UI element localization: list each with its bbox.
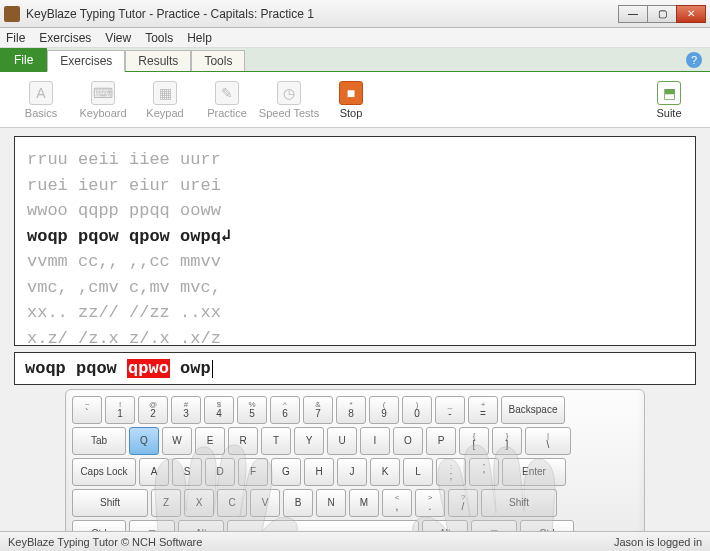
key-y[interactable]: Y <box>294 427 324 455</box>
key-[interactable]: $4 <box>204 396 234 424</box>
key-t[interactable]: T <box>261 427 291 455</box>
toolbar-keypad: ▦Keypad <box>134 81 196 119</box>
key-i[interactable]: I <box>360 427 390 455</box>
key-f[interactable]: F <box>238 458 268 486</box>
menu-view[interactable]: View <box>105 31 131 45</box>
key-[interactable]: {[ <box>459 427 489 455</box>
key-u[interactable]: U <box>327 427 357 455</box>
practice-line: wwoo qqpp ppqq ooww <box>27 198 683 224</box>
suite-icon: ⬒ <box>657 81 681 105</box>
key-l[interactable]: L <box>403 458 433 486</box>
toolbar-practice: ✎Practice <box>196 81 258 119</box>
key-[interactable]: += <box>468 396 498 424</box>
key-shift[interactable]: Shift <box>481 489 557 517</box>
key-v[interactable]: V <box>250 489 280 517</box>
key-[interactable]: "' <box>469 458 499 486</box>
key-j[interactable]: J <box>337 458 367 486</box>
practice-line: vvmm cc,, ,,cc mmvv <box>27 249 683 275</box>
key-r[interactable]: R <box>228 427 258 455</box>
key-[interactable]: (9 <box>369 396 399 424</box>
key-[interactable]: )0 <box>402 396 432 424</box>
key-capslock[interactable]: Caps Lock <box>72 458 136 486</box>
key-[interactable]: ?/ <box>448 489 478 517</box>
key-[interactable]: !1 <box>105 396 135 424</box>
toolbar-suite[interactable]: ⬒Suite <box>638 81 700 119</box>
practice-line: xx.. zz// //zz ..xx <box>27 300 683 326</box>
key-b[interactable]: B <box>283 489 313 517</box>
key-o[interactable]: O <box>393 427 423 455</box>
toolbar-keyboard: ⌨Keyboard <box>72 81 134 119</box>
key-[interactable]: >. <box>415 489 445 517</box>
minimize-button[interactable]: — <box>618 5 648 23</box>
text-cursor <box>212 360 213 378</box>
key-[interactable]: :; <box>436 458 466 486</box>
virtual-keyboard: ~`!1@2#3$4%5^6&7*8(9)0_-+=BackspaceTabQW… <box>65 389 645 551</box>
key-m[interactable]: M <box>349 489 379 517</box>
app-icon <box>4 6 20 22</box>
key-[interactable]: #3 <box>171 396 201 424</box>
practice-text-area: rruu eeii iiee uurrruei ieur eiur ureiww… <box>14 136 696 346</box>
maximize-button[interactable]: ▢ <box>647 5 677 23</box>
key-enter[interactable]: Enter <box>502 458 566 486</box>
practice-line: x.z/ /z.x z/.x .x/z <box>27 326 683 347</box>
key-e[interactable]: E <box>195 427 225 455</box>
key-h[interactable]: H <box>304 458 334 486</box>
stop-icon: ■ <box>339 81 363 105</box>
typing-input-row[interactable]: woqp pqow qpwo owp <box>14 352 696 385</box>
toolbar-speed: ◷Speed Tests <box>258 81 320 119</box>
typed-after: owp <box>170 359 211 378</box>
menu-tools[interactable]: Tools <box>145 31 173 45</box>
key-shift[interactable]: Shift <box>72 489 148 517</box>
tab-exercises[interactable]: Exercises <box>47 50 125 72</box>
typed-correct: woqp pqow <box>25 359 127 378</box>
key-[interactable]: %5 <box>237 396 267 424</box>
window-title: KeyBlaze Typing Tutor - Practice - Capit… <box>26 7 619 21</box>
toolbar-stop[interactable]: ■Stop <box>320 81 382 119</box>
toolbar: ABasics ⌨Keyboard ▦Keypad ✎Practice ◷Spe… <box>0 72 710 128</box>
key-c[interactable]: C <box>217 489 247 517</box>
tab-file[interactable]: File <box>0 48 47 71</box>
key-q[interactable]: Q <box>129 427 159 455</box>
typed-error: qpwo <box>127 359 170 378</box>
key-[interactable]: }] <box>492 427 522 455</box>
key-[interactable]: *8 <box>336 396 366 424</box>
key-[interactable]: _- <box>435 396 465 424</box>
key-[interactable]: ~` <box>72 396 102 424</box>
status-left: KeyBlaze Typing Tutor © NCH Software <box>8 536 202 548</box>
key-x[interactable]: X <box>184 489 214 517</box>
clock-icon: ◷ <box>277 81 301 105</box>
practice-line: vmc, ,cmv c,mv mvc, <box>27 275 683 301</box>
key-w[interactable]: W <box>162 427 192 455</box>
practice-icon: ✎ <box>215 81 239 105</box>
menu-bar: File Exercises View Tools Help <box>0 28 710 48</box>
key-s[interactable]: S <box>172 458 202 486</box>
help-icon[interactable]: ? <box>686 52 702 68</box>
menu-exercises[interactable]: Exercises <box>39 31 91 45</box>
tab-results[interactable]: Results <box>125 50 191 71</box>
key-[interactable]: @2 <box>138 396 168 424</box>
window-titlebar: KeyBlaze Typing Tutor - Practice - Capit… <box>0 0 710 28</box>
key-z[interactable]: Z <box>151 489 181 517</box>
close-button[interactable]: ✕ <box>676 5 706 23</box>
key-a[interactable]: A <box>139 458 169 486</box>
key-[interactable]: ^6 <box>270 396 300 424</box>
menu-help[interactable]: Help <box>187 31 212 45</box>
key-p[interactable]: P <box>426 427 456 455</box>
practice-line: rruu eeii iiee uurr <box>27 147 683 173</box>
tab-tools[interactable]: Tools <box>191 50 245 71</box>
key-[interactable]: <, <box>382 489 412 517</box>
key-d[interactable]: D <box>205 458 235 486</box>
key-backspace[interactable]: Backspace <box>501 396 565 424</box>
toolbar-basics: ABasics <box>10 81 72 119</box>
menu-file[interactable]: File <box>6 31 25 45</box>
key-k[interactable]: K <box>370 458 400 486</box>
key-[interactable]: |\ <box>525 427 571 455</box>
keyboard-icon: ⌨ <box>91 81 115 105</box>
tab-strip: File Exercises Results Tools ? <box>0 48 710 72</box>
key-[interactable]: &7 <box>303 396 333 424</box>
key-tab[interactable]: Tab <box>72 427 126 455</box>
practice-line: ruei ieur eiur urei <box>27 173 683 199</box>
key-g[interactable]: G <box>271 458 301 486</box>
key-n[interactable]: N <box>316 489 346 517</box>
practice-line: woqp pqow qpow owpq↲ <box>27 224 683 250</box>
